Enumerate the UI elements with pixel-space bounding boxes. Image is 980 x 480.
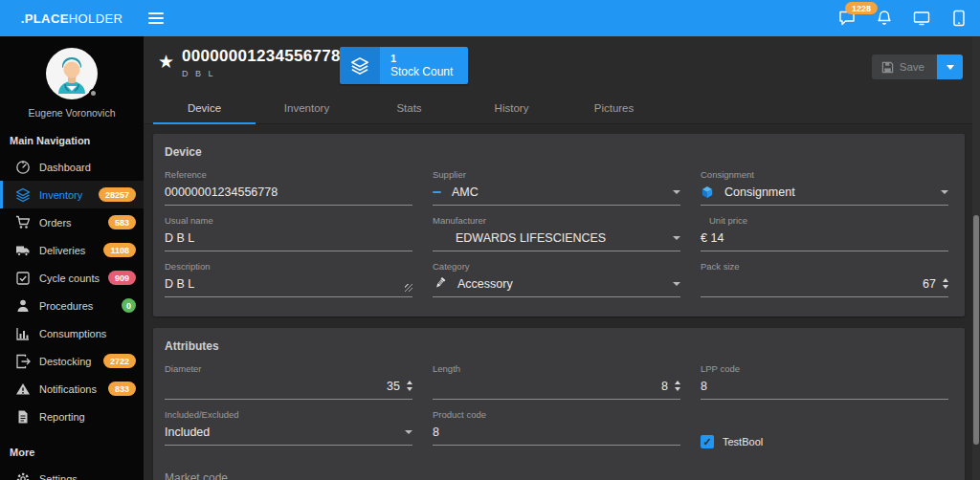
sidebar-item-consumptions[interactable]: Consumptions — [0, 319, 144, 347]
badge-count: 583 — [108, 215, 136, 229]
supplier-select[interactable]: Supplier AMC — [433, 169, 680, 206]
tab-bar: Device Inventory Stats History Pictures — [153, 95, 665, 124]
chat-count-badge: 1228 — [845, 2, 878, 14]
settings-icon — [15, 471, 31, 480]
resize-handle-icon[interactable] — [405, 284, 412, 292]
tab-device[interactable]: Device — [153, 95, 256, 124]
length-stepper[interactable]: Length 8 — [433, 363, 680, 400]
menu-toggle-icon[interactable] — [148, 12, 164, 24]
description-textarea[interactable]: Description D B L — [165, 261, 412, 297]
chevron-down-icon — [673, 236, 680, 240]
orders-icon — [15, 215, 31, 230]
spin-up-icon[interactable] — [675, 381, 680, 384]
device-card-title: Device — [153, 134, 965, 169]
save-button[interactable]: Save — [872, 55, 937, 79]
sidebar: Eugene Voronovich Main Navigation Dashbo… — [0, 36, 144, 480]
reference-field[interactable]: Reference 00000001234556778 — [165, 169, 412, 206]
notifications-icon — [15, 382, 31, 397]
consignment-select[interactable]: Consignment Consignment — [701, 169, 948, 206]
chevron-down-icon — [673, 190, 680, 194]
chevron-down-icon — [405, 430, 412, 434]
diameter-stepper[interactable]: Diameter 35 — [165, 363, 412, 400]
spin-down-icon[interactable] — [943, 285, 948, 289]
user-name: Eugene Voronovich — [0, 107, 144, 119]
tab-pictures[interactable]: Pictures — [563, 95, 665, 124]
unit-price-field[interactable]: Unit price € 14 — [701, 215, 948, 251]
chevron-down-icon — [947, 65, 954, 70]
number-spinner[interactable] — [407, 381, 412, 391]
sidebar-item-orders[interactable]: Orders 583 — [0, 208, 144, 236]
attributes-card: Attributes Diameter 35 Length 8 — [153, 328, 965, 480]
procedures-icon — [15, 298, 31, 314]
product-code-field[interactable]: Product code 8 — [433, 409, 680, 446]
category-select[interactable]: Category Accessory — [433, 261, 680, 297]
stock-count-button[interactable]: 1 Stock Count — [340, 47, 468, 84]
nav-section-main: Main Navigation — [0, 119, 144, 153]
favorite-star-icon[interactable]: ★ — [158, 51, 174, 73]
attributes-card-title: Attributes — [153, 328, 965, 363]
form-content: Device Reference 00000001234556778 Suppl… — [144, 124, 980, 480]
page-title: 00000001234556778 — [182, 47, 341, 66]
badge-count: 909 — [108, 271, 136, 285]
lpp-code-field[interactable]: LPP code 8 — [701, 363, 948, 400]
checkbox-checked-icon[interactable]: ✓ — [701, 435, 714, 448]
scrollbar[interactable] — [972, 36, 980, 480]
bell-icon[interactable] — [876, 10, 893, 27]
number-spinner[interactable] — [943, 278, 948, 289]
stock-count-value: 1 — [390, 52, 453, 65]
scrollbar-thumb[interactable] — [973, 215, 979, 445]
topbar-actions: 1228 — [838, 10, 980, 27]
cube-icon — [701, 185, 714, 199]
spin-up-icon[interactable] — [407, 381, 412, 384]
badge-count: 833 — [108, 382, 136, 396]
sidebar-item-deliveries[interactable]: Deliveries 1108 — [0, 236, 144, 264]
spin-up-icon[interactable] — [943, 278, 948, 282]
supplier-icon — [433, 191, 441, 193]
reporting-icon — [15, 409, 31, 425]
sidebar-item-inventory[interactable]: Inventory 28257 — [0, 181, 144, 208]
destocking-icon — [15, 354, 31, 369]
save-dropdown-button[interactable] — [937, 55, 963, 79]
spin-down-icon[interactable] — [407, 387, 412, 391]
pack-size-stepper[interactable]: Pack size 67 — [701, 261, 948, 297]
screw-icon — [433, 276, 447, 291]
chat-icon[interactable]: 1228 — [838, 10, 856, 27]
floppy-icon — [881, 61, 894, 74]
consumptions-icon — [15, 326, 31, 341]
chevron-down-icon — [673, 282, 680, 286]
sidebar-item-dashboard[interactable]: Dashboard — [0, 153, 144, 181]
sidebar-item-settings[interactable]: Settings — [0, 465, 144, 480]
main-content: ★ 00000001234556778 D B L 1 Stock Count … — [144, 36, 980, 480]
usual-name-field[interactable]: Usual name D B L — [165, 215, 412, 251]
tablet-icon[interactable] — [950, 10, 968, 27]
page-header: ★ 00000001234556778 D B L 1 Stock Count … — [144, 36, 980, 124]
included-excluded-select[interactable]: Included/Excluded Included — [165, 409, 412, 446]
sidebar-item-procedures[interactable]: Procedures 0 — [0, 292, 144, 319]
sidebar-item-destocking[interactable]: Destocking 2722 — [0, 347, 144, 375]
page-subtitle: D B L — [182, 69, 341, 78]
tab-stats[interactable]: Stats — [358, 95, 460, 124]
dashboard-icon — [15, 160, 31, 175]
app-logo: .PLACEHOLDER — [0, 11, 144, 26]
sidebar-item-cycle-counts[interactable]: Cycle counts 909 — [0, 264, 144, 292]
spin-down-icon[interactable] — [675, 387, 680, 391]
badge-count: 1108 — [103, 243, 136, 257]
nav-section-more: More — [0, 430, 144, 465]
inventory-icon — [15, 187, 31, 203]
tab-history[interactable]: History — [460, 95, 563, 124]
manufacturer-icon — [433, 233, 445, 242]
number-spinner[interactable] — [675, 381, 680, 391]
cycle-counts-icon — [15, 271, 31, 286]
chevron-down-icon — [941, 190, 948, 194]
sidebar-item-reporting[interactable]: Reporting — [0, 403, 144, 430]
layers-icon — [340, 47, 380, 84]
deliveries-icon — [15, 243, 31, 258]
stock-count-label: Stock Count — [390, 65, 453, 79]
manufacturer-select[interactable]: Manufacturer EDWARDS LIFESCIENCES — [433, 215, 680, 251]
market-code-field[interactable]: Market code — [165, 469, 412, 480]
tab-inventory[interactable]: Inventory — [256, 95, 358, 124]
sidebar-item-notifications[interactable]: Notifications 833 — [0, 375, 144, 403]
avatar[interactable] — [46, 48, 98, 99]
monitor-icon[interactable] — [913, 10, 930, 27]
testbool-checkbox[interactable]: ✓ TestBool — [701, 428, 948, 455]
